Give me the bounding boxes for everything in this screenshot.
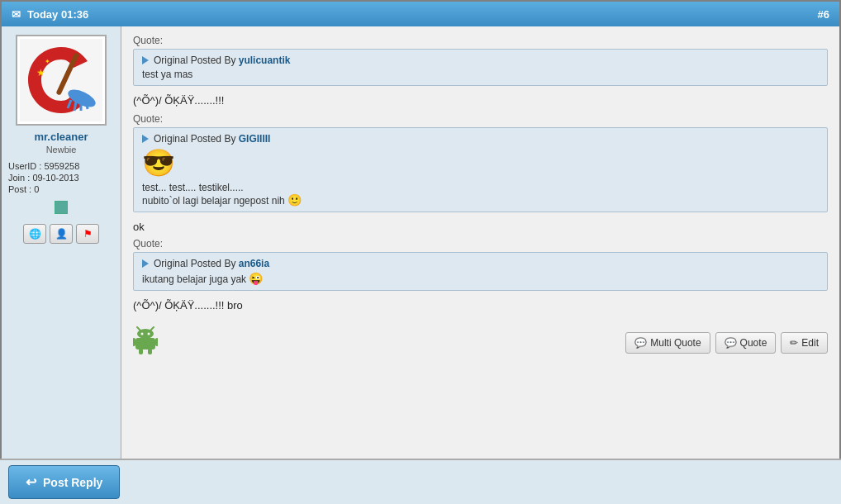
- android-icon: [133, 326, 158, 359]
- ok-text: ok: [133, 221, 828, 233]
- quote1-box: Original Posted By yulicuantik test ya m…: [133, 49, 828, 86]
- quote-label: Quote: [740, 337, 767, 349]
- quote3-section: Quote: Original Posted By an66ia ikutang…: [133, 238, 828, 291]
- quote2-arrow-icon: [142, 135, 149, 143]
- quote1-body: test ya mas: [142, 69, 819, 80]
- user-rank: Newbie: [46, 145, 77, 155]
- post-content: Quote: Original Posted By yulicuantik te…: [121, 26, 839, 460]
- avatar: ★ ✦: [16, 35, 107, 126]
- svg-line-4: [74, 102, 76, 111]
- svg-point-12: [141, 333, 144, 335]
- quote1-label: Quote:: [133, 35, 828, 46]
- yay-emoji: 😜: [249, 272, 263, 285]
- user-action-icons: 🌐 👤 ⚑: [23, 224, 99, 244]
- envelope-icon: ✉: [12, 8, 21, 21]
- quote3-header: Original Posted By an66ia: [142, 258, 819, 269]
- quote3-arrow-icon: [142, 259, 149, 268]
- post-reply-button[interactable]: ↩ Post Reply: [8, 465, 120, 499]
- post-label: Post: [8, 184, 26, 194]
- edit-label: Edit: [801, 337, 819, 349]
- user-badge: [55, 201, 68, 214]
- quote-button[interactable]: 💬 Quote: [715, 332, 777, 354]
- user-id-value: 5959258: [44, 161, 79, 171]
- report-button[interactable]: ⚑: [76, 224, 99, 244]
- globe-icon-button[interactable]: 🌐: [23, 224, 46, 244]
- svg-text:✦: ✦: [45, 58, 50, 65]
- quote2-box: Original Posted By GIGIIIII 😎 test... te…: [133, 127, 828, 212]
- svg-rect-14: [135, 338, 155, 349]
- svg-rect-17: [139, 349, 143, 354]
- quote2-body-line1: test... test.... testikel.....: [142, 182, 819, 193]
- post-value: 0: [34, 184, 39, 194]
- post-row: Post : 0: [8, 184, 114, 194]
- multi-quote-button[interactable]: 💬 Multi Quote: [625, 332, 710, 354]
- quote2-header: Original Posted By GIGIIIII: [142, 133, 819, 145]
- quote2-author-prefix: Original Posted By GIGIIIII: [154, 133, 270, 145]
- quote3-body: ikutang belajar juga yak 😜: [142, 272, 819, 285]
- svg-point-11: [137, 329, 154, 339]
- report-icon: ⚑: [83, 228, 93, 240]
- header-timestamp: Today 01:36: [27, 8, 88, 21]
- quote3-box: Original Posted By an66ia ikutang belaja…: [133, 252, 828, 291]
- svg-text:★: ★: [36, 67, 45, 78]
- quote2-author: GIGIIIII: [239, 133, 271, 145]
- multi-quote-icon: 💬: [634, 337, 647, 349]
- quote1-author: yulicuantik: [239, 55, 291, 66]
- main-content: ★ ✦ mr.cleaner Newbie UserID : 5959258 J: [2, 26, 839, 460]
- user-meta: UserID : 5959258 Join : 09-10-2013 Post …: [8, 161, 114, 196]
- reply-arrow-icon: ↩: [26, 474, 36, 490]
- svg-line-10: [150, 327, 154, 330]
- svg-line-9: [137, 327, 140, 330]
- quote2-body-line2: nubito`ol lagi belajar ngepost nih 🙂: [142, 193, 819, 207]
- quote3-author-prefix: Original Posted By an66ia: [154, 258, 269, 269]
- user-id-label: UserID: [8, 161, 36, 171]
- globe-icon: 🌐: [29, 228, 41, 240]
- user-id-row: UserID : 5959258: [8, 161, 114, 171]
- quote1-header: Original Posted By yulicuantik: [142, 55, 819, 66]
- post-text1: (^Õ^)/ ÕĶÄŸ.......!!!: [133, 94, 828, 107]
- post-actions: 💬 Multi Quote 💬 Quote ✏ Edit: [625, 332, 828, 354]
- post-number: #6: [818, 8, 829, 21]
- header-left: ✉ Today 01:36: [12, 8, 88, 21]
- svg-rect-15: [133, 338, 135, 346]
- add-friend-button[interactable]: 👤: [50, 224, 73, 244]
- quote1-section: Quote: Original Posted By yulicuantik te…: [133, 35, 828, 86]
- multi-quote-label: Multi Quote: [650, 337, 701, 349]
- svg-line-6: [86, 100, 88, 109]
- svg-rect-18: [148, 349, 152, 354]
- join-row: Join : 09-10-2013: [8, 173, 114, 183]
- join-value: 09-10-2013: [32, 173, 78, 183]
- add-user-icon: 👤: [55, 228, 68, 240]
- quote3-label: Quote:: [133, 238, 828, 250]
- post-reply-label: Post Reply: [43, 476, 102, 489]
- edit-icon: ✏: [790, 337, 798, 349]
- quote-icon: 💬: [725, 337, 737, 349]
- header-bar: ✉ Today 01:36 #6: [2, 2, 839, 26]
- user-sidebar: ★ ✦ mr.cleaner Newbie UserID : 5959258 J: [2, 26, 121, 460]
- username: mr.cleaner: [34, 131, 88, 143]
- quote2-label: Quote:: [133, 113, 828, 125]
- quote1-author-prefix: Original Posted By yulicuantik: [154, 55, 290, 66]
- post-footer: 💬 Multi Quote 💬 Quote ✏ Edit: [133, 320, 828, 359]
- bottom-bar: ↩ Post Reply: [0, 459, 841, 504]
- quote2-section: Quote: Original Posted By GIGIIIII 😎: [133, 113, 828, 212]
- svg-point-13: [148, 333, 150, 335]
- quote3-author: an66ia: [239, 258, 269, 269]
- quote1-arrow-icon: [142, 56, 149, 64]
- post-text2: (^Õ^)/ ÕĶÄŸ.......!!! bro: [133, 299, 828, 311]
- edit-button[interactable]: ✏ Edit: [781, 332, 828, 354]
- smiley-emoji: 🙂: [287, 193, 302, 207]
- svg-rect-16: [155, 338, 158, 346]
- join-label: Join: [8, 173, 25, 183]
